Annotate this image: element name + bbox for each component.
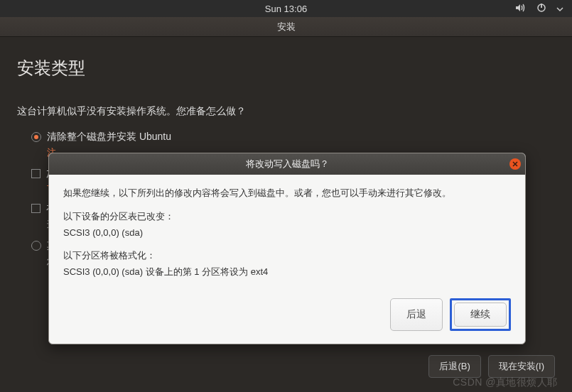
- dialog-title-text: 将改动写入磁盘吗？: [246, 158, 329, 170]
- confirm-write-dialog: 将改动写入磁盘吗？ 如果您继续，以下所列出的修改内容将会写入到磁盘中。或者，您也…: [48, 153, 526, 344]
- page-title: 安装类型: [17, 57, 555, 80]
- dialog-message: 如果您继续，以下所列出的修改内容将会写入到磁盘中。或者，您也可以手动来进行其它修…: [63, 186, 511, 201]
- dialog-titlebar: 将改动写入磁盘吗？: [49, 153, 525, 175]
- checkbox-icon: [31, 204, 41, 213]
- back-button[interactable]: 后退(B): [428, 355, 480, 378]
- checkbox-icon: [31, 169, 41, 178]
- option-label: 清除整个磁盘并安装 Ubuntu: [47, 131, 171, 143]
- dialog-partition-changed-label: 以下设备的分区表已改变：: [63, 209, 511, 224]
- volume-icon[interactable]: [515, 4, 527, 14]
- dialog-back-button[interactable]: 后退: [390, 298, 443, 331]
- close-icon[interactable]: [509, 158, 521, 170]
- dialog-device-line: SCSI3 (0,0,0) (sda): [63, 226, 511, 241]
- power-icon[interactable]: [536, 3, 546, 15]
- radio-icon: [31, 241, 41, 251]
- chevron-down-icon[interactable]: [556, 4, 563, 14]
- window-title: 安装: [277, 21, 296, 33]
- system-topbar: Sun 13:06: [0, 0, 572, 17]
- radio-icon: [31, 132, 41, 142]
- highlight-annotation: 继续: [450, 298, 511, 331]
- intro-text: 这台计算机似乎没有安装操作系统。您准备怎么做？: [17, 105, 555, 118]
- dialog-continue-button[interactable]: 继续: [454, 303, 507, 327]
- install-now-button[interactable]: 现在安装(I): [488, 355, 555, 378]
- clock: Sun 13:06: [265, 4, 307, 14]
- dialog-partition-line: SCSI3 (0,0,0) (sda) 设备上的第 1 分区将设为 ext4: [63, 265, 511, 280]
- watermark: CSDN @真地很烦人耶: [453, 376, 558, 389]
- dialog-format-label: 以下分区将被格式化：: [63, 249, 511, 263]
- window-titlebar: 安装: [0, 17, 572, 37]
- option-erase-disk[interactable]: 清除整个磁盘并安装 Ubuntu: [31, 131, 555, 143]
